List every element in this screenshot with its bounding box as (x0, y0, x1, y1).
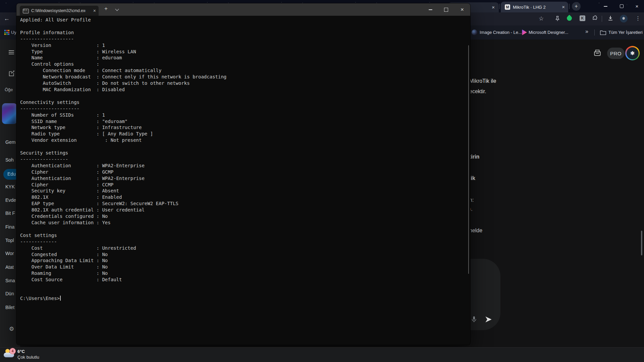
k-extension-icon[interactable]: K (580, 15, 585, 21)
terminal-minimize-button[interactable] (423, 3, 438, 16)
close-icon: × (636, 3, 639, 9)
terminal-close-button[interactable]: × (454, 3, 470, 16)
share-print-icon[interactable] (593, 49, 602, 57)
terminal-cursor (60, 296, 61, 301)
tab-separator (499, 4, 500, 9)
browser-restore-button[interactable] (614, 0, 629, 12)
sidebar-explore-label[interactable]: Öğe (5, 87, 13, 92)
profile-avatar-icon[interactable]: ❄ (620, 15, 628, 22)
maximize-icon (444, 8, 448, 12)
downloads-icon[interactable] (607, 15, 614, 22)
green-extension-icon[interactable] (566, 15, 573, 22)
bookmark-favicon (472, 29, 477, 35)
cmd-icon: C:\ (23, 9, 29, 13)
mikrotik-favicon: M (505, 4, 510, 10)
terminal-scrollbar-thumb[interactable] (468, 45, 469, 274)
folder-icon (600, 29, 606, 36)
sidebar-item[interactable]: KYK (5, 184, 15, 189)
terminal-maximize-button[interactable] (438, 3, 454, 16)
menu-hamburger-icon[interactable] (9, 50, 14, 51)
bookmark-apps[interactable]: Uy (11, 30, 16, 35)
terminal-window: C:\ C:\Windows\system32\cmd.exe × + × Ap… (16, 3, 470, 345)
minimize-icon (429, 9, 432, 10)
browser-tab-active[interactable]: M MikroTik · LHG 2 × (501, 2, 568, 12)
terminal-prompt-line: C:\Users\Enes> (20, 295, 61, 302)
restore-icon (620, 4, 624, 8)
terminal-tab[interactable]: C:\ C:\Windows\system32\cmd.exe × (20, 6, 99, 16)
chat-text-fragment: MikroTik ile (469, 78, 496, 84)
tab-close-icon[interactable]: × (492, 5, 495, 10)
bookmark-item[interactable]: Image Creation - Le... (480, 30, 522, 35)
browser-close-button[interactable]: × (630, 0, 644, 12)
toolbar-separator (602, 16, 602, 22)
sidebar-item[interactable]: Bilet (5, 305, 14, 310)
sidebar-item[interactable]: Wor (5, 251, 14, 256)
new-terminal-tab-icon[interactable]: + (104, 5, 108, 12)
sidebar-item[interactable]: Sına (5, 278, 15, 283)
bookmarks-overflow-icon[interactable]: » (585, 28, 588, 35)
apps-grid-icon (4, 30, 9, 35)
mic-icon[interactable] (470, 316, 478, 323)
terminal-tab-title: C:\Windows\system32\cmd.exe (31, 8, 86, 13)
chat-text-fragment: ecektir. (469, 88, 486, 95)
sidebar-item-label: Edu (7, 171, 16, 177)
bookmark-favicon (521, 29, 527, 35)
weather-condition: Çok bulutlu (17, 355, 39, 360)
bookmark-star-icon[interactable]: ☆ (539, 15, 544, 22)
new-tab-button[interactable]: + (572, 2, 581, 11)
sidebar-item[interactable]: Evde (5, 197, 16, 203)
gem-avatar[interactable] (2, 103, 17, 124)
browser-minimize-button[interactable] (598, 0, 612, 12)
tab-title: MikroTik · LHG 2 (513, 5, 556, 10)
sidebar-item[interactable]: Fina (5, 224, 14, 230)
terminal-output: Applied: All User Profile Profile inform… (20, 17, 226, 289)
sidebar-item[interactable]: Dün (5, 291, 14, 296)
bookmark-item[interactable]: Microsoft Designer... (529, 30, 569, 35)
weather-temp: 6°C (17, 349, 25, 354)
sidebar-item[interactable]: Topl (5, 238, 14, 243)
menu-kebab-icon[interactable]: ⋮ (635, 15, 641, 21)
bookmarks-separator (594, 29, 595, 36)
tab-close-icon[interactable]: × (562, 4, 565, 9)
all-bookmarks-button[interactable]: Tüm Yer İşaretleri (608, 30, 643, 35)
sidebar-item[interactable]: Atat (5, 264, 14, 270)
close-icon: × (461, 6, 464, 13)
sidebar-item[interactable]: Bit F (5, 210, 15, 216)
tab-close-icon[interactable]: × (93, 8, 96, 13)
new-chat-icon[interactable] (8, 70, 15, 77)
chat-text-fragment: nelde (469, 228, 482, 234)
tab-dropdown-icon[interactable] (115, 7, 119, 11)
send-icon[interactable] (484, 315, 493, 324)
chat-heading-fragment: tirin (469, 154, 479, 160)
weather-badge: 4 (9, 348, 16, 354)
terminal-prompt: C:\Users\Enes> (20, 296, 60, 301)
account-avatar-image: ✻ (627, 47, 639, 59)
account-avatar[interactable]: ✻ (625, 46, 640, 60)
desktop-screen: × M MikroTik · LHG 2 × + × ← ☆ K (0, 0, 644, 362)
minimize-icon (604, 6, 607, 7)
settings-gear-icon[interactable]: ⚙ (9, 325, 14, 333)
taskbar: 4 6°C Çok bulutlu Ara ❄ (0, 347, 644, 362)
page-scrollbar-thumb[interactable] (641, 231, 642, 255)
pro-badge: PRO (607, 48, 625, 59)
taskbar-weather-widget[interactable]: 4 6°C Çok bulutlu (0, 348, 50, 362)
tab-separator (569, 4, 570, 9)
extensions-puzzle-icon[interactable] (592, 15, 598, 22)
sidebar-item[interactable]: Gem (5, 139, 15, 145)
terminal-body[interactable]: Applied: All User Profile Profile inform… (16, 16, 470, 345)
sidebar-item[interactable]: Soh (5, 157, 14, 163)
terminal-titlebar[interactable]: C:\ C:\Windows\system32\cmd.exe × + × (16, 3, 470, 16)
pin-extension-icon[interactable] (554, 15, 561, 22)
back-icon[interactable]: ← (4, 15, 10, 22)
